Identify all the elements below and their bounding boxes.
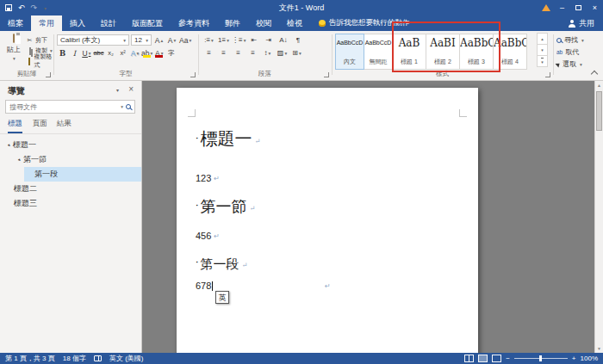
shading-button[interactable]: ▨▾ (276, 47, 289, 59)
expand-triangle-icon[interactable]: ▼ (5, 141, 12, 148)
gallery-scroll-up-button[interactable]: ▴ (537, 33, 548, 45)
notification-icon[interactable] (538, 0, 554, 15)
grow-font-button[interactable]: A▴ (153, 34, 165, 46)
select-button[interactable]: 選取 ▾ (556, 59, 582, 70)
nav-tree-item[interactable]: ▼ 標題一 (0, 138, 141, 152)
italic-button[interactable]: I (69, 47, 80, 59)
nav-tree-item[interactable]: 標題二 (0, 182, 141, 196)
document-page[interactable]: ·標題一↵ 123↵ ·第一節↵ 456↵ ·第一段↵ 678 ↵ 英 (177, 88, 478, 353)
tab-references[interactable]: 參考資料 (171, 15, 217, 31)
tab-view[interactable]: 檢視 (279, 15, 310, 31)
sort-button[interactable]: A↓ (277, 34, 289, 46)
gallery-more-button[interactable]: ▾ (537, 55, 548, 67)
numbering-button[interactable]: 1≡▾ (217, 34, 230, 46)
multilevel-list-button[interactable]: ⋮≡▾ (232, 34, 246, 46)
align-right-button[interactable]: ≡ (232, 47, 245, 59)
search-icon[interactable] (126, 104, 131, 109)
scroll-up-icon[interactable]: ▲ (595, 83, 603, 88)
align-center-button[interactable]: ≡ (217, 47, 230, 59)
tab-insert[interactable]: 插入 (62, 15, 93, 31)
nav-tree-item[interactable]: 標題三 (0, 196, 141, 211)
text-effects-button[interactable]: A▾ (129, 47, 140, 59)
print-layout-button[interactable] (478, 355, 488, 362)
nav-tab-headings[interactable]: 標題 (8, 119, 22, 133)
paste-dropdown-icon[interactable]: ▾ (13, 56, 16, 61)
paste-button[interactable]: 貼上 ▾ (3, 34, 25, 72)
cut-button[interactable]: ✂ 剪下 (26, 35, 53, 46)
find-button[interactable]: 尋找 ▾ (556, 34, 584, 46)
align-left-button[interactable]: ≡ (202, 47, 215, 59)
paragraph-dialog-launcher[interactable] (324, 72, 329, 77)
scroll-down-icon[interactable]: ▼ (595, 346, 603, 351)
minimize-button[interactable]: – (554, 0, 570, 15)
tab-layout[interactable]: 版面配置 (124, 15, 171, 31)
bullets-button[interactable]: :≡▾ (202, 34, 215, 46)
style-heading2[interactable]: AaBI 標題 2 (426, 34, 460, 70)
search-dropdown-icon[interactable]: ▾ (121, 104, 123, 109)
style-normal[interactable]: AaBbCcD 內文 (335, 34, 364, 70)
subscript-button[interactable]: x₂ (105, 47, 116, 59)
highlight-color-button[interactable]: ab▾ (141, 47, 152, 59)
zoom-out-button[interactable]: − (506, 355, 510, 362)
justify-button[interactable]: ≡ (246, 47, 259, 59)
expand-triangle-icon[interactable]: ▼ (16, 156, 22, 163)
nav-search-input[interactable] (6, 103, 121, 111)
zoom-in-button[interactable]: + (572, 355, 576, 362)
maximize-button[interactable] (570, 0, 587, 15)
bold-button[interactable]: B (57, 47, 68, 59)
font-size-combo[interactable]: 12 ▾ (131, 34, 152, 46)
superscript-button[interactable]: x² (117, 47, 128, 59)
proofing-icon[interactable] (94, 355, 102, 361)
show-formatting-marks-button[interactable]: ¶ (291, 34, 304, 46)
window-controls: – × (538, 0, 603, 15)
replace-button[interactable]: ab 取代 (556, 46, 579, 58)
web-layout-button[interactable] (492, 355, 501, 362)
underline-button[interactable]: U▾ (81, 47, 92, 59)
zoom-level[interactable]: 100% (581, 355, 598, 362)
change-case-button[interactable]: Aa▾ (179, 34, 191, 46)
tab-file[interactable]: 檔案 (0, 15, 31, 31)
styles-dialog-launcher[interactable] (545, 72, 550, 77)
nav-tab-pages[interactable]: 頁面 (32, 119, 47, 132)
navigation-options-icon[interactable]: ▾ (116, 87, 119, 93)
tab-review[interactable]: 校閱 (248, 15, 279, 31)
scrollbar-thumb[interactable] (596, 91, 602, 131)
select-label: 選取 (563, 59, 576, 69)
style-heading3[interactable]: AaBbC 標題 3 (459, 34, 494, 70)
style-heading4[interactable]: AaBbC 標題 4 (493, 34, 527, 70)
borders-button[interactable]: ⊞▾ (290, 47, 303, 59)
zoom-slider[interactable] (514, 358, 568, 359)
vertical-scrollbar[interactable]: ▲ ▼ (594, 81, 603, 353)
line-spacing-button[interactable]: ↕▾ (261, 47, 274, 59)
format-painter-button[interactable]: 複製格式 (26, 56, 53, 66)
font-size-dropdown-icon: ▾ (146, 38, 148, 43)
page-indicator[interactable]: 第 1 頁，共 3 頁 (5, 354, 55, 363)
gallery-scroll-down-button[interactable]: ▾ (537, 44, 548, 56)
nav-tree-item[interactable]: ▼ 第一節 (0, 152, 141, 167)
navigation-close-icon[interactable]: × (128, 84, 134, 94)
read-mode-button[interactable] (464, 355, 474, 362)
close-button[interactable]: × (587, 0, 603, 15)
style-no-spacing[interactable]: AaBbCcD 無間距 (364, 34, 393, 70)
tab-home[interactable]: 常用 (31, 15, 62, 31)
style-heading1[interactable]: AaB 標題 1 (392, 34, 426, 70)
tab-mailings[interactable]: 郵件 (217, 15, 248, 31)
strikethrough-button[interactable]: abc (93, 47, 104, 59)
word-count[interactable]: 18 個字 (63, 354, 86, 363)
nav-tab-results[interactable]: 結果 (57, 119, 71, 132)
enclose-characters-button[interactable]: 字 (165, 47, 177, 59)
decrease-indent-button[interactable]: ⇤ (247, 34, 260, 46)
nav-tree-label: 標題三 (14, 198, 37, 209)
font-color-button[interactable]: A▾ (153, 47, 165, 59)
font-name-combo[interactable]: Calibri (本文) ▾ (57, 34, 129, 46)
font-dialog-launcher[interactable] (190, 72, 196, 77)
zoom-slider-thumb[interactable] (539, 355, 542, 361)
share-button[interactable]: 共用 (568, 15, 603, 31)
nav-tree-item-selected[interactable]: 第一段 (24, 167, 141, 182)
clipboard-dialog-launcher[interactable] (46, 72, 51, 77)
increase-indent-button[interactable]: ⇥ (262, 34, 275, 46)
tab-design[interactable]: 設計 (93, 15, 124, 31)
tell-me-box[interactable]: 告訴我您想要執行的動作 (319, 15, 410, 31)
language-indicator[interactable]: 英文 (美國) (109, 354, 144, 363)
shrink-font-button[interactable]: A▾ (166, 34, 177, 46)
